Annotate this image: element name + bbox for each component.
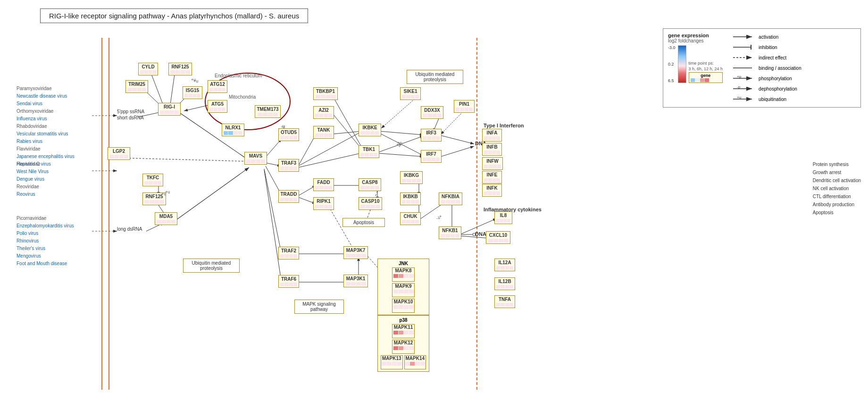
dephospho-label: dephosphorylation	[759, 86, 797, 92]
ripk1-gene: RIPK1	[313, 197, 334, 210]
ikbke-gene: IKBKE	[359, 124, 381, 136]
p38-group: p38 MAPK11 MAPK12	[377, 315, 429, 372]
virus-item: Enzephalomyokarditis virus	[17, 222, 74, 230]
virus-item: Dengue virus	[17, 176, 49, 183]
gene-sample-section: time point ps: 3 h, 6h, 12 h, 24 h gene	[689, 45, 723, 83]
virus-item: Influenza virus	[17, 115, 75, 123]
plus-u-label-1: +u	[193, 79, 198, 84]
virus-item: Reoviridae	[17, 183, 49, 191]
virus-item: Rhabdoviridae	[17, 123, 75, 130]
map3k7-gene: MAP3K7	[343, 246, 368, 259]
dephospho-row: -p dephosphorylation	[732, 85, 826, 92]
inhibition-label: inhibition	[759, 45, 777, 50]
virus-item: Flaviviridae	[17, 145, 75, 153]
ubiquitin-proteolysis-2: Ubiquitin mediatedproteolysis	[183, 259, 240, 273]
color-gradient-bar	[678, 45, 686, 83]
mapk10-box: MAPK10	[392, 299, 415, 313]
ubiq-row: +u ubiquitination	[732, 96, 826, 102]
tmem173-gene: TMEM173	[255, 105, 281, 118]
virus-item: Rhinovirus	[17, 237, 74, 245]
svg-text:+u: +u	[737, 96, 741, 100]
indirect-row: indirect effect	[732, 54, 826, 61]
legend-box: gene expression log2 foldchanges -3.0 0.…	[663, 28, 861, 108]
casp8-gene: CASP8	[359, 178, 381, 191]
main-container: RIG-I-like receptor signaling pathway - …	[0, 0, 868, 418]
gene-sample-bars	[691, 78, 721, 82]
plus-p-label: +p	[396, 142, 401, 147]
infe-gene: INFE	[482, 171, 502, 184]
mavs-gene: MAVS	[244, 152, 267, 165]
ikbkg-gene: IKBKG	[400, 171, 423, 184]
process-item: NK cell activation	[813, 184, 861, 192]
virus-item: Flaviviridae	[17, 160, 49, 168]
jnk-label: JNK	[381, 261, 426, 266]
virus-item: Vesicular stomatitis virus	[17, 130, 75, 138]
trim25-gene: TRIM25	[125, 80, 148, 93]
phospho-label: phosphorylation	[759, 76, 792, 81]
nfkbia-gene: NFKBIA	[439, 192, 462, 205]
tbkbp1-gene: TBKBP1	[313, 87, 338, 100]
virus-item: Japanese encephalitis virus	[17, 153, 75, 160]
mapk12-box: MAPK12	[392, 340, 415, 354]
minus-plus-label: -+	[436, 216, 440, 221]
infb-gene: INFB	[482, 143, 502, 156]
virus-list-1: Paramyxoviridae Newcastle disease virus …	[17, 85, 75, 168]
mapk8-box: MAPK8	[392, 268, 415, 282]
svg-text:+p: +p	[737, 75, 742, 79]
p38-genes: MAPK11 MAPK12	[381, 324, 426, 354]
tank-gene: TANK	[313, 126, 334, 139]
atg5-gene: ATG5	[208, 100, 227, 113]
virus-item: Rabies virus	[17, 138, 75, 145]
svg-line-33	[379, 153, 424, 157]
svg-line-24	[298, 134, 316, 166]
svg-line-27	[333, 131, 362, 134]
apoptosis-box: Apoptosis	[342, 218, 385, 227]
legend-right-section: Protein synthesis Growth arrest Dendriti…	[813, 160, 861, 217]
svg-line-16	[126, 158, 249, 161]
tnfa-gene: TNFA	[494, 295, 515, 308]
nlrx1-gene: NLRX1	[222, 124, 244, 136]
mapk11-box: MAPK11	[392, 324, 415, 338]
virus-item: West Nile Virus	[17, 168, 49, 176]
irf3-gene: IRF3	[421, 129, 442, 142]
log2-label: log2 foldchanges	[668, 38, 723, 43]
title-box: RIG-I-like receptor signaling pathway - …	[40, 8, 308, 23]
mapk14-box: MAPK14	[404, 355, 426, 369]
type1-interferon-label: Type I Interferon	[484, 123, 524, 128]
ikbkb-gene: IKBKB	[400, 192, 421, 205]
lgp2-gene: LGP2	[108, 147, 130, 160]
rnf125-top-gene: RNF125	[168, 63, 192, 75]
pin1-gene: PIN1	[454, 100, 475, 113]
virus-item: Picornaviridae	[17, 215, 74, 222]
virus-list-2: Flaviviridae West Nile Virus Dengue viru…	[17, 160, 49, 198]
svg-line-19	[266, 139, 282, 157]
azi2-gene: AZI2	[313, 106, 334, 119]
infk-gene: INFK	[482, 184, 502, 197]
title-text: RIG-I-like receptor signaling pathway - …	[49, 12, 299, 20]
svg-line-23	[264, 170, 281, 280]
chuk-gene: CHUK	[400, 212, 421, 225]
phospho-row: +p phosphorylation	[732, 75, 826, 82]
map3k1-gene: MAP3K1	[343, 275, 368, 287]
gene-expression-title: gene expression	[668, 33, 723, 38]
sike1-gene: SIKE1	[400, 87, 421, 100]
mapk9-box: MAPK9	[392, 283, 415, 297]
tradd-gene: TRADD	[278, 190, 299, 203]
tbk1-gene: TBK1	[359, 145, 379, 158]
svg-line-55	[460, 236, 490, 238]
svg-line-37	[441, 135, 474, 144]
infw-gene: INFW	[482, 157, 503, 170]
process-item: CTL differentiation	[813, 192, 861, 201]
cyld-gene: CYLD	[138, 63, 158, 75]
traf2-gene: TRAF2	[278, 247, 299, 259]
ubiq-label: ubiquitination	[759, 97, 786, 102]
svg-line-22	[264, 169, 281, 252]
virus-list-3: Picornaviridae Enzephalomyokarditis viru…	[17, 215, 74, 268]
rigi-gene: RIG-I	[158, 103, 181, 116]
gene-sample-box: gene	[689, 72, 723, 83]
binding-label: binding / association	[759, 66, 801, 71]
il12b-gene: IL12B	[494, 277, 515, 290]
svg-line-32	[379, 136, 424, 152]
p38-label: p38	[381, 318, 426, 323]
process-item: Protein synthesis	[813, 160, 861, 168]
